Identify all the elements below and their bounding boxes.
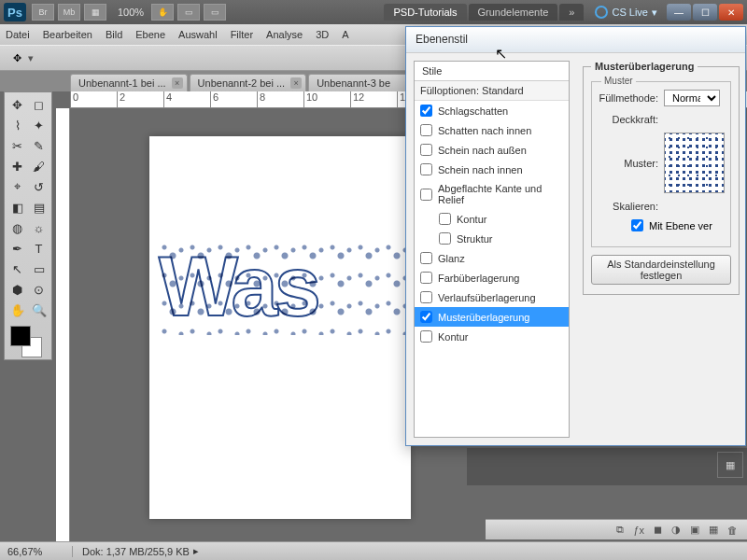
cs-live[interactable]: CS Live ▾	[595, 6, 657, 19]
doc-tab-2[interactable]: Unbenannt-2 bei ...×	[190, 74, 307, 91]
adjustment-icon[interactable]: ◑	[671, 524, 681, 536]
fg-color[interactable]	[10, 326, 31, 346]
style-item-11[interactable]: Kontur	[415, 327, 569, 346]
minibridge-button[interactable]: Mb	[58, 4, 80, 21]
style-item-9[interactable]: Verlaufsüberlagerung	[415, 287, 569, 307]
zoom-level[interactable]: 100%	[118, 7, 144, 18]
view-extras-button[interactable]: ▦	[84, 4, 106, 21]
dodge-tool[interactable]: ☼	[28, 217, 49, 238]
menu-ansicht[interactable]: A	[342, 29, 348, 40]
style-checkbox[interactable]	[439, 232, 451, 245]
eraser-tool[interactable]: ◧	[7, 197, 28, 217]
bridge-button[interactable]: Br	[32, 4, 54, 21]
arrange-button[interactable]: ▭	[177, 4, 200, 21]
gradient-tool[interactable]: ▤	[28, 197, 49, 217]
style-item-5[interactable]: Kontur	[415, 209, 569, 229]
style-checkbox[interactable]	[420, 189, 432, 201]
fx-icon[interactable]: ƒx	[633, 525, 644, 536]
menu-bild[interactable]: Bild	[106, 29, 122, 40]
style-checkbox[interactable]	[420, 311, 432, 323]
menu-ebene[interactable]: Ebene	[135, 29, 165, 40]
move-tool[interactable]: ✥	[7, 94, 28, 115]
3d-tool[interactable]: ⬢	[7, 279, 28, 300]
style-checkbox[interactable]	[439, 213, 451, 225]
blur-tool[interactable]: ◍	[7, 217, 28, 238]
style-checkbox[interactable]	[420, 163, 432, 175]
menu-bearbeiten[interactable]: Bearbeiten	[43, 29, 92, 40]
style-label: Schatten nach innen	[438, 125, 531, 136]
style-item-8[interactable]: Farbüberlagerung	[415, 268, 569, 287]
lasso-tool[interactable]: ⌇	[7, 115, 28, 135]
crop-tool[interactable]: ✂	[7, 135, 28, 156]
menu-datei[interactable]: Datei	[6, 29, 30, 40]
style-item-6[interactable]: Struktur	[415, 229, 569, 248]
heal-tool[interactable]: ✚	[7, 156, 28, 176]
pattern-swatch[interactable]	[664, 133, 725, 193]
close-icon[interactable]: ×	[172, 77, 183, 89]
active-tool-icon[interactable]: ✥	[7, 49, 26, 67]
style-checkbox[interactable]	[420, 272, 432, 284]
menu-analyse[interactable]: Analyse	[266, 29, 303, 40]
style-item-3[interactable]: Schein nach innen	[415, 160, 569, 179]
doc-tab-3[interactable]: Unbenannt-3 be	[308, 74, 412, 91]
folder-icon[interactable]: ▣	[690, 524, 699, 536]
menu-filter[interactable]: Filter	[231, 29, 253, 40]
camera-tool[interactable]: ⊙	[28, 279, 49, 300]
status-zoom[interactable]: 66,67%	[7, 546, 73, 557]
close-icon[interactable]: ×	[290, 77, 302, 89]
chevron-right-icon[interactable]: ▸	[193, 545, 199, 557]
style-checkbox[interactable]	[420, 252, 432, 264]
style-item-0[interactable]: Schlagschatten	[415, 101, 569, 120]
marquee-tool[interactable]: ◻	[28, 94, 49, 115]
canvas[interactable]: Was	[149, 136, 411, 519]
style-item-1[interactable]: Schatten nach innen	[415, 120, 569, 140]
style-checkbox[interactable]	[420, 330, 432, 343]
maximize-button[interactable]: ☐	[693, 4, 717, 21]
fill-options-header[interactable]: Fülloptionen: Standard	[415, 81, 569, 101]
blend-mode-select[interactable]: Normal	[664, 90, 720, 106]
eyedropper-tool[interactable]: ✎	[28, 135, 49, 156]
hand-tool[interactable]: ✋	[7, 300, 28, 320]
style-checkbox[interactable]	[420, 144, 432, 156]
style-checkbox[interactable]	[420, 124, 432, 136]
style-item-2[interactable]: Schein nach außen	[415, 140, 569, 160]
dialog-title[interactable]: Ebenenstil	[406, 27, 745, 53]
menu-auswahl[interactable]: Auswahl	[178, 29, 218, 40]
history-tool[interactable]: ↺	[28, 176, 49, 197]
styles-header[interactable]: Stile	[415, 62, 569, 81]
shape-tool[interactable]: ▭	[28, 259, 49, 279]
pen-tool[interactable]: ✒	[7, 238, 28, 259]
trash-icon[interactable]: 🗑	[727, 525, 738, 536]
style-item-4[interactable]: Abgeflachte Kante und Relief	[415, 179, 569, 209]
wand-tool[interactable]: ✦	[28, 115, 49, 135]
mask-icon[interactable]: ◼	[654, 524, 662, 536]
minimize-button[interactable]: —	[667, 4, 691, 21]
menu-3d[interactable]: 3D	[316, 29, 329, 40]
stamp-tool[interactable]: ⌖	[7, 176, 28, 197]
make-default-button[interactable]: Als Standardeinstellung festlegen	[591, 255, 731, 285]
link-icon[interactable]: ⧉	[616, 524, 624, 536]
style-item-10[interactable]: Musterüberlagerung	[415, 307, 569, 327]
style-item-7[interactable]: Glanz	[415, 248, 569, 268]
style-checkbox[interactable]	[420, 105, 432, 117]
newlayer-icon[interactable]: ▦	[709, 524, 718, 536]
screen-mode-button[interactable]: ▭	[204, 4, 226, 21]
pattern-overlay-panel: Musterüberlagerung Muster Füllmethode: N…	[577, 53, 745, 445]
workspace-tab-grund[interactable]: Grundelemente	[469, 4, 558, 21]
brush-tool[interactable]: 🖌	[28, 156, 49, 176]
snap-checkbox[interactable]	[631, 219, 643, 231]
zoom-tool[interactable]: 🔍	[28, 300, 49, 320]
doc-tab-1[interactable]: Unbenannt-1 bei ...×	[70, 74, 188, 91]
panel-icon[interactable]: ▦	[717, 452, 743, 478]
status-docsize[interactable]: Dok: 1,37 MB/255,9 KB	[73, 546, 190, 557]
close-button[interactable]: ✕	[719, 4, 743, 21]
path-tool[interactable]: ↖	[7, 259, 28, 279]
workspace-tab-tutorials[interactable]: PSD-Tutorials	[384, 4, 466, 21]
hand-button[interactable]: ✋	[151, 4, 174, 21]
style-checkbox[interactable]	[420, 291, 432, 303]
color-swatches[interactable]	[7, 324, 49, 357]
type-tool[interactable]: T	[28, 238, 49, 259]
ruler-vertical[interactable]	[56, 108, 70, 541]
move-dropdown-icon[interactable]: ▾	[28, 52, 34, 64]
workspace-more[interactable]: »	[559, 4, 584, 21]
